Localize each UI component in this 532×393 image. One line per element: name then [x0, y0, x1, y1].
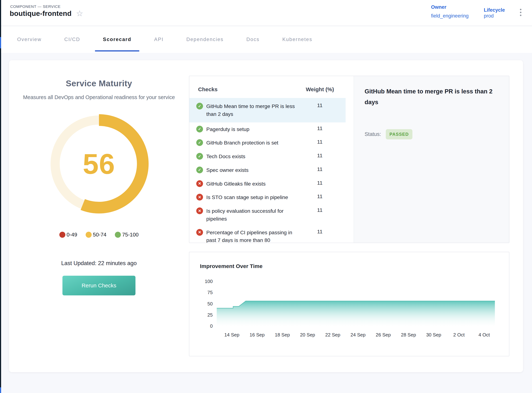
improvement-area-chart: 025507510014 Sep16 Sep18 Sep20 Sep22 Sep…	[189, 252, 509, 356]
status-badge: PASSED	[386, 129, 413, 139]
service-maturity-panel: Service Maturity Measures all DevOps and…	[9, 60, 189, 295]
legend-dot	[86, 232, 92, 238]
tab-ci-cd[interactable]: CI/CD	[64, 26, 80, 53]
tab-label: Overview	[17, 37, 41, 42]
x-axis-tick: 2 Oct	[453, 332, 465, 338]
check-row[interactable]: ✓Spec owner exists11	[189, 163, 346, 177]
entity-header: COMPONENT — SERVICE boutique-frontend ☆ …	[0, 0, 532, 26]
kebab-menu-icon[interactable]	[519, 8, 522, 17]
check-status-row: Status: PASSED	[365, 129, 498, 139]
check-weight: 11	[306, 125, 346, 131]
status-label: Status:	[365, 131, 381, 137]
x-axis-tick: 16 Sep	[249, 332, 264, 338]
tab-api[interactable]: API	[154, 26, 163, 53]
left-nav-edge	[0, 0, 1, 393]
checks-rows: ✓GitHub Mean time to merge PR is less th…	[189, 98, 354, 243]
check-label: GitHub Branch protection is set	[206, 139, 306, 147]
lifecycle-label: Lifecycle	[484, 7, 505, 13]
check-weight: 11	[306, 166, 346, 172]
nav-active-indicator-top	[0, 37, 1, 48]
x-axis-tick: 30 Sep	[426, 332, 441, 338]
check-weight: 11	[306, 102, 346, 108]
check-weight: 11	[306, 180, 346, 186]
area-fill	[217, 301, 495, 326]
x-axis-tick: 20 Sep	[300, 332, 315, 338]
weight-column-header: Weight (%)	[306, 86, 354, 93]
scorecard-card: Service Maturity Measures all DevOps and…	[9, 60, 523, 372]
nav-active-indicator-bottom	[0, 387, 1, 393]
check-row[interactable]: ✕Percentage of CI pipelines passing in p…	[189, 226, 346, 243]
check-label: Spec owner exists	[206, 166, 306, 174]
y-axis-tick: 50	[207, 301, 213, 306]
entity-title-row: boutique-frontend ☆	[10, 10, 83, 18]
x-axis-tick: 26 Sep	[376, 332, 391, 338]
scorecard-subtitle: Measures all DevOps and Operational read…	[20, 93, 178, 101]
check-failed-icon: ✕	[196, 229, 203, 236]
score-value: 56	[48, 113, 150, 215]
check-weight: 11	[306, 193, 346, 199]
check-passed-icon: ✓	[196, 167, 203, 173]
checks-column-header: Checks	[198, 86, 306, 93]
legend-label: 0-49	[67, 232, 77, 238]
x-axis-tick: 4 Oct	[478, 332, 490, 338]
check-label: GitHub Gitleaks file exists	[206, 180, 306, 188]
page-title: boutique-frontend	[10, 10, 72, 18]
improvement-chart-container: Improvement Over Time 025507510014 Sep16…	[189, 252, 509, 356]
legend-item-0-49: 0-49	[59, 232, 77, 238]
tab-dependencies[interactable]: Dependencies	[186, 26, 224, 53]
tab-label: Dependencies	[186, 37, 224, 42]
checks-table-header: Checks Weight (%)	[189, 83, 354, 98]
x-axis-tick: 22 Sep	[325, 332, 340, 338]
tab-overview[interactable]: Overview	[17, 26, 41, 53]
score-legend: 0-4950-7475-100	[9, 232, 189, 238]
check-passed-icon: ✓	[196, 126, 203, 133]
check-weight: 11	[306, 152, 346, 158]
entity-tab-bar: OverviewCI/CDScorecardAPIDependenciesDoc…	[0, 26, 532, 53]
last-updated-text: Last Updated: 22 minutes ago	[9, 260, 189, 267]
y-axis-tick: 75	[207, 290, 213, 295]
legend-dot	[115, 232, 121, 238]
check-row[interactable]: ✓GitHub Mean time to merge PR is less th…	[189, 98, 346, 123]
checks-container: Checks Weight (%) ✓GitHub Mean time to m…	[189, 76, 509, 243]
check-row[interactable]: ✓Pagerduty is setup11	[189, 123, 346, 136]
owner-label: Owner	[431, 4, 446, 10]
check-label: Percentage of CI pipelines passing in pa…	[206, 229, 306, 243]
check-label: Is STO scan stage setup in pipeline	[206, 193, 306, 201]
check-label: Is policy evaluation successful for pipe…	[206, 207, 306, 223]
check-row[interactable]: ✓Tech Docs exists11	[189, 150, 346, 163]
check-failed-icon: ✕	[196, 180, 203, 187]
tab-label: API	[154, 37, 163, 42]
star-favorite-icon[interactable]: ☆	[76, 10, 83, 18]
owner-value-link[interactable]: field_engineering	[431, 13, 469, 19]
legend-dot	[59, 232, 65, 238]
check-detail-panel: GitHub Mean time to merge PR is less tha…	[354, 76, 509, 243]
active-tab-underline	[95, 50, 139, 51]
check-row[interactable]: ✕GitHub Gitleaks file exists11	[189, 177, 346, 191]
check-passed-icon: ✓	[196, 139, 203, 146]
check-label: Pagerduty is setup	[206, 125, 306, 133]
x-axis-tick: 18 Sep	[275, 332, 290, 338]
tab-label: CI/CD	[64, 37, 80, 42]
y-axis-tick: 100	[205, 279, 213, 284]
rerun-checks-button[interactable]: Rerun Checks	[62, 276, 135, 295]
check-label: Tech Docs exists	[206, 152, 306, 160]
y-axis-tick: 0	[210, 323, 213, 329]
tab-docs[interactable]: Docs	[246, 26, 259, 53]
tab-label: Kubernetes	[282, 37, 312, 42]
check-row[interactable]: ✓GitHub Branch protection is set11	[189, 136, 346, 150]
score-gauge: 56	[48, 113, 150, 215]
tab-scorecard[interactable]: Scorecard	[103, 26, 131, 53]
x-axis-tick: 28 Sep	[401, 332, 416, 338]
scorecard-title: Service Maturity	[9, 79, 189, 88]
tab-kubernetes[interactable]: Kubernetes	[282, 26, 312, 53]
x-axis-tick: 24 Sep	[351, 332, 366, 338]
legend-label: 75-100	[122, 232, 139, 238]
check-failed-icon: ✕	[196, 207, 203, 214]
check-row[interactable]: ✕Is policy evaluation successful for pip…	[189, 204, 346, 226]
legend-item-50-74: 50-74	[86, 232, 106, 238]
y-axis-tick: 25	[207, 312, 213, 318]
check-passed-icon: ✓	[196, 103, 203, 109]
legend-label: 50-74	[93, 232, 106, 238]
check-detail-title: GitHub Mean time to merge PR is less tha…	[365, 86, 498, 108]
check-row[interactable]: ✕Is STO scan stage setup in pipeline11	[189, 191, 346, 204]
